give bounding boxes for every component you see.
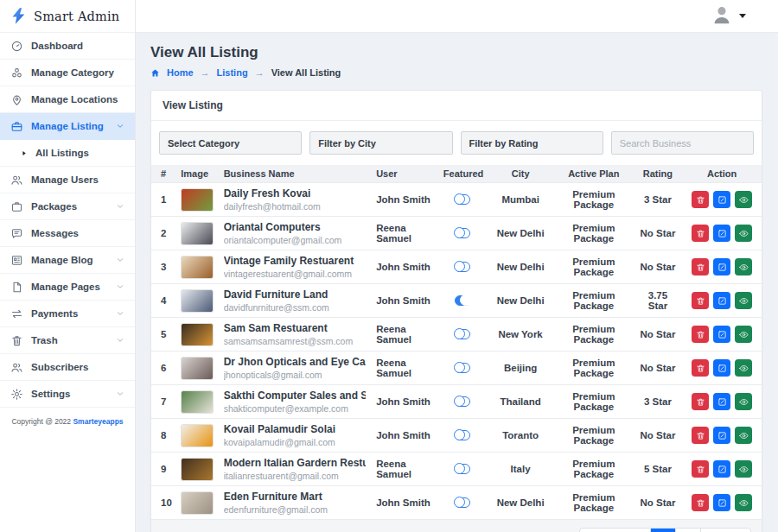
table-header-row: #ImageBusiness NameUserFeaturedCityActiv… (151, 165, 762, 183)
featured-toggle[interactable] (455, 228, 470, 238)
row-number: 8 (151, 419, 175, 453)
package-icon (10, 200, 23, 213)
filter-by-city[interactable]: Filter by City (309, 131, 452, 155)
featured-toggle[interactable] (455, 497, 470, 508)
edit-button[interactable] (713, 393, 730, 410)
sidebar-item-subscribers[interactable]: Subscribers (0, 354, 135, 381)
payments-icon (10, 307, 23, 320)
delete-button[interactable] (692, 494, 709, 511)
pagination-page-1[interactable]: 1 (650, 529, 675, 532)
edit-button[interactable] (713, 258, 730, 276)
sidebar-item-label: Manage Blog (31, 255, 108, 265)
delete-button[interactable] (692, 326, 709, 343)
view-button[interactable] (735, 326, 752, 343)
active-plan: Premium Package (554, 453, 634, 486)
view-button[interactable] (735, 191, 752, 208)
view-button[interactable] (735, 258, 752, 276)
delete-button[interactable] (692, 460, 709, 478)
filter-by-rating[interactable]: Filter by Rating (461, 131, 603, 155)
breadcrumb-separator: → (255, 67, 265, 78)
delete-button[interactable] (692, 427, 709, 444)
sidebar-item-label: Settings (31, 389, 108, 399)
business-email: edenfurniture@gmail.com (224, 504, 367, 515)
edit-button[interactable] (713, 326, 730, 343)
delete-button[interactable] (692, 359, 709, 377)
pagination-page-2[interactable]: 2 (675, 529, 700, 532)
featured-toggle[interactable] (455, 396, 470, 407)
view-button[interactable] (735, 292, 752, 309)
breadcrumb-listing[interactable]: Listing (217, 67, 248, 78)
copyright-link[interactable]: Smarteyeapps (73, 417, 123, 426)
featured-toggle[interactable] (455, 295, 470, 306)
chevron-down-icon (116, 202, 124, 211)
blog-icon (10, 254, 23, 267)
user-menu[interactable] (711, 3, 746, 29)
sidebar-item-manage-listing[interactable]: Manage Listing (0, 113, 135, 140)
sidebar-item-dashboard[interactable]: Dashboard (0, 33, 135, 60)
featured-toggle[interactable] (455, 363, 470, 373)
rating: 3.75 Star (634, 284, 682, 318)
sidebar-item-all-listings[interactable]: All Listings (0, 140, 135, 167)
category-icon (10, 66, 23, 79)
sidebar-item-payments[interactable]: Payments (0, 301, 135, 327)
sidebar-item-packages[interactable]: Packages (0, 193, 135, 220)
breadcrumb-home[interactable]: Home (167, 67, 194, 78)
view-button[interactable] (735, 460, 752, 478)
business-name: Sam Sam Restuarent (224, 322, 367, 334)
city: New Delhi (487, 217, 554, 250)
delete-button[interactable] (692, 258, 709, 276)
briefcase-icon (10, 120, 23, 133)
delete-button[interactable] (692, 191, 709, 208)
edit-button[interactable] (713, 460, 730, 478)
select-category-filter[interactable]: Select Category (159, 131, 302, 155)
featured-toggle[interactable] (455, 262, 470, 272)
sidebar-item-settings[interactable]: Settings (0, 381, 135, 408)
active-plan: Premium Package (554, 250, 634, 284)
sidebar-item-manage-blog[interactable]: Manage Blog (0, 247, 135, 274)
edit-button[interactable] (713, 427, 730, 444)
view-button[interactable] (735, 427, 752, 444)
user-name: John Smith (371, 385, 438, 419)
active-plan: Premium Package (554, 419, 634, 453)
search-business-input[interactable] (611, 131, 754, 155)
rating: No Star (634, 318, 682, 352)
page-content: View All Listing Home → Listing → View A… (136, 33, 778, 532)
city: New York (487, 318, 554, 352)
featured-toggle[interactable] (455, 329, 470, 339)
delete-button[interactable] (692, 393, 709, 410)
row-number: 6 (151, 352, 175, 385)
main-area: View All Listing Home → Listing → View A… (136, 0, 778, 532)
edit-button[interactable] (713, 494, 730, 511)
card-title: View Listing (151, 91, 762, 121)
view-button[interactable] (735, 359, 752, 377)
edit-button[interactable] (713, 225, 730, 242)
view-button[interactable] (735, 225, 752, 242)
brand-logo[interactable]: Smart Admin (0, 0, 135, 33)
view-button[interactable] (735, 494, 752, 511)
view-button[interactable] (735, 393, 752, 410)
sidebar-item-manage-category[interactable]: Manage Category (0, 60, 135, 86)
user-name: Reena Samuel (371, 352, 438, 385)
city: Mumbai (487, 183, 554, 217)
sidebar-item-label: Subscribers (31, 362, 124, 372)
subscribers-icon (10, 361, 23, 374)
delete-button[interactable] (692, 292, 709, 309)
featured-toggle[interactable] (455, 194, 470, 205)
sidebar-item-manage-locations[interactable]: Manage Locations (0, 86, 135, 113)
pagination-previous[interactable]: « Previous (580, 529, 649, 532)
edit-button[interactable] (713, 359, 730, 377)
business-thumbnail (181, 491, 214, 515)
sidebar-item-messages[interactable]: Messages (0, 220, 135, 247)
sidebar-item-label: Manage Users (31, 174, 124, 185)
sidebar-item-manage-pages[interactable]: Manage Pages (0, 274, 135, 301)
delete-button[interactable] (692, 225, 709, 242)
edit-button[interactable] (713, 191, 730, 208)
featured-toggle[interactable] (455, 464, 470, 474)
sidebar-item-trash[interactable]: Trash (0, 327, 135, 354)
sidebar-item-manage-users[interactable]: Manage Users (0, 167, 135, 193)
message-icon (10, 227, 23, 240)
rating: 5 Star (634, 453, 682, 486)
pagination-next[interactable]: Next » (700, 529, 750, 532)
featured-toggle[interactable] (455, 430, 470, 440)
edit-button[interactable] (713, 292, 730, 309)
